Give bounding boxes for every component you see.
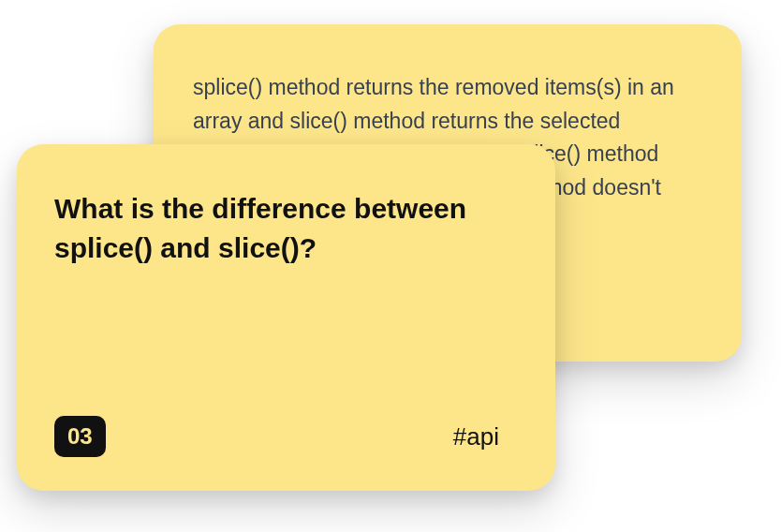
- card-number-badge: 03: [54, 416, 106, 457]
- question-text: What is the difference between splice() …: [54, 189, 518, 268]
- question-card[interactable]: What is the difference between splice() …: [17, 144, 555, 491]
- card-tag: #api: [453, 422, 499, 451]
- card-footer: 03 #api: [54, 416, 518, 457]
